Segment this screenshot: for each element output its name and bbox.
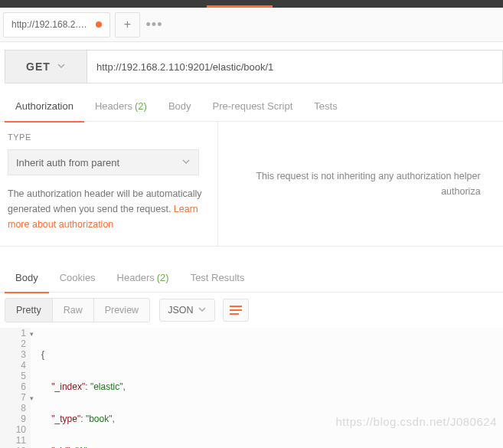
authorization-panel: TYPE Inherit auth from parent The author… <box>0 122 503 247</box>
request-tabs-row: http://192.168.2.110:9 + ••• <box>0 8 503 42</box>
line-number: 1▾ <box>0 328 26 338</box>
tab-label: Body <box>168 100 191 112</box>
top-bar <box>0 0 503 8</box>
tab-tests[interactable]: Tests <box>303 91 348 122</box>
headers-count-badge: (2) <box>135 100 147 112</box>
auth-right-text: This request is not inheriting any autho… <box>256 168 480 199</box>
tab-headers[interactable]: Headers(2) <box>84 91 158 122</box>
tab-label: Test Results <box>191 272 245 283</box>
line-number: 8 <box>0 403 26 414</box>
tab-label: Cookies <box>60 272 96 283</box>
resp-tab-test-results[interactable]: Test Results <box>180 263 256 293</box>
resp-tab-headers[interactable]: Headers(2) <box>106 263 180 293</box>
line-number: 2 <box>0 338 26 349</box>
view-pretty-button[interactable]: Pretty <box>5 299 53 322</box>
auth-type-label: TYPE <box>8 132 210 142</box>
tab-authorization[interactable]: Authorization <box>5 91 84 122</box>
response-toolbar: Pretty Raw Preview JSON <box>0 293 503 328</box>
line-number: 4 <box>0 360 26 371</box>
tab-label: Headers <box>95 100 132 112</box>
line-number: 5 <box>0 371 26 381</box>
resp-tab-cookies[interactable]: Cookies <box>49 263 106 293</box>
code-content[interactable]: { "_index": "elastic", "_type": "book", … <box>31 328 503 448</box>
auth-left-column: TYPE Inherit auth from parent The author… <box>0 122 218 246</box>
top-bar-accent <box>207 5 273 8</box>
url-value: http://192.168.2.110:9201/elastic/book/1 <box>96 61 273 73</box>
line-number: 10 <box>0 424 26 435</box>
format-select[interactable]: JSON <box>159 299 215 322</box>
wrap-lines-button[interactable] <box>223 299 249 322</box>
line-number: 9 <box>0 414 26 424</box>
tab-label: Authorization <box>15 100 73 112</box>
spacer <box>0 247 503 263</box>
btn-label: Preview <box>105 305 139 316</box>
tok: "elastic" <box>90 381 123 392</box>
auth-description: The authorization header will be automat… <box>8 186 210 232</box>
tok: "_index" <box>51 381 85 392</box>
chevron-down-icon <box>198 305 207 316</box>
request-tab[interactable]: http://192.168.2.110:9 <box>3 12 110 38</box>
chevron-down-icon <box>57 60 66 73</box>
resp-tab-body[interactable]: Body <box>5 263 49 293</box>
unsaved-dot-icon <box>96 21 102 28</box>
response-body-viewer: 1▾ 2 3 4 5 6 7▾ 8 9 10 11 12 { "_index":… <box>0 328 503 448</box>
auth-right-column: This request is not inheriting any autho… <box>218 122 503 246</box>
http-method-label: GET <box>26 60 51 73</box>
tab-label: Tests <box>314 100 337 112</box>
request-row: GET http://192.168.2.110:9201/elastic/bo… <box>0 50 503 83</box>
ellipsis-icon: ••• <box>146 17 163 33</box>
view-preview-button[interactable]: Preview <box>94 299 149 322</box>
auth-desc-text: The authorization header will be automat… <box>8 188 202 214</box>
line-number: 3 <box>0 349 26 360</box>
auth-type-select[interactable]: Inherit auth from parent <box>8 149 199 175</box>
tab-label: Body <box>15 272 38 283</box>
tab-label: Headers <box>117 272 155 283</box>
btn-label: Pretty <box>16 305 41 316</box>
tab-body[interactable]: Body <box>158 91 202 122</box>
view-mode-group: Pretty Raw Preview <box>5 298 150 322</box>
request-section-tabs: Authorization Headers(2) Body Pre-reques… <box>0 91 503 122</box>
url-input[interactable]: http://192.168.2.110:9201/elastic/book/1 <box>87 50 503 83</box>
request-tab-label: http://192.168.2.110:9 <box>11 19 90 30</box>
fold-icon[interactable]: ▾ <box>30 329 34 339</box>
line-number: 6 <box>0 381 26 392</box>
tab-label: Pre-request Script <box>213 100 293 112</box>
tok: "_type" <box>51 414 80 424</box>
format-value: JSON <box>168 305 193 316</box>
fold-icon[interactable]: ▾ <box>30 393 34 404</box>
line-number: 7▾ <box>0 392 26 403</box>
line-number: 11 <box>0 435 26 446</box>
btn-label: Raw <box>64 305 83 316</box>
line-gutter: 1▾ 2 3 4 5 6 7▾ 8 9 10 11 12 <box>0 328 31 448</box>
plus-icon: + <box>124 18 131 31</box>
resp-headers-count-badge: (2) <box>157 272 169 283</box>
tab-prerequest[interactable]: Pre-request Script <box>202 91 304 122</box>
response-section-tabs: Body Cookies Headers(2) Test Results <box>0 263 503 293</box>
view-raw-button[interactable]: Raw <box>53 299 94 322</box>
wrap-icon <box>230 306 242 315</box>
auth-type-value: Inherit auth from parent <box>16 157 119 168</box>
chevron-down-icon <box>181 157 191 168</box>
tab-overflow-button[interactable]: ••• <box>142 12 167 38</box>
http-method-select[interactable]: GET <box>5 50 87 83</box>
tok: "book" <box>86 414 113 424</box>
new-tab-button[interactable]: + <box>115 12 140 38</box>
tok: { <box>41 349 44 360</box>
